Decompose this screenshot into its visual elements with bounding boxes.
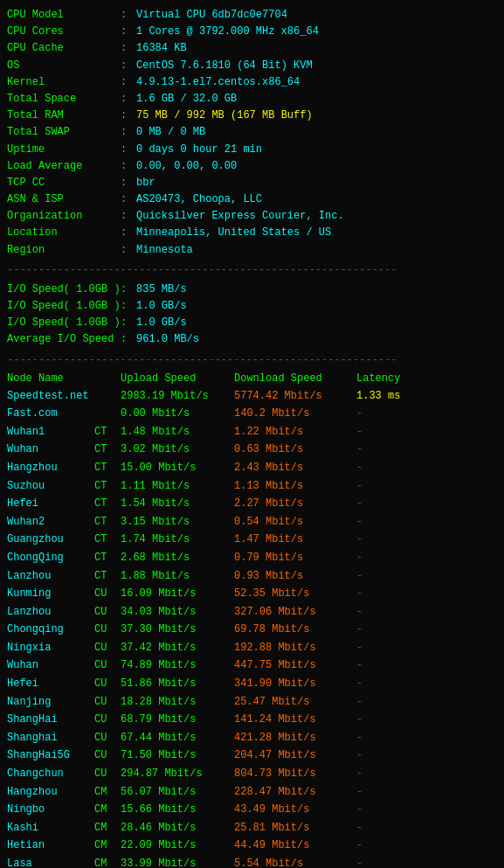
divider-2: ----------------------------------------… <box>7 354 497 366</box>
org-label: Organization <box>7 208 121 225</box>
upload-speed: 2.68 Mbit/s <box>121 549 234 567</box>
isp-name: CU <box>94 693 121 712</box>
col-download: Download Speed <box>234 372 356 387</box>
system-info: CPU Model : Virtual CPU 6db7dc0e7704 CPU… <box>7 7 497 259</box>
cpu-model-row: CPU Model : Virtual CPU 6db7dc0e7704 <box>7 7 497 24</box>
table-row: Hefei CU 51.86 Mbit/s 341.90 Mbit/s - <box>7 675 497 693</box>
latency-value: - <box>356 675 497 693</box>
isp-name: CU <box>94 711 121 729</box>
isp-name: CT <box>94 459 121 477</box>
latency-value: - <box>356 855 497 868</box>
latency-value: - <box>356 729 497 747</box>
upload-speed: 1.88 Mbit/s <box>121 567 234 586</box>
isp-name: CU <box>94 656 121 675</box>
os-value: CentOS 7.6.1810 (64 Bit) KVM <box>136 58 313 74</box>
upload-speed: 71.50 Mbit/s <box>121 746 234 765</box>
latency-value: - <box>356 837 497 855</box>
isp-name: CM <box>94 855 121 868</box>
latency-value: - <box>356 549 497 567</box>
node-name: Wuhan <box>7 656 94 675</box>
latency-value: - <box>356 423 497 441</box>
isp-name: CT <box>94 531 121 549</box>
node-name: Guangzhou <box>7 531 94 549</box>
upload-speed: 68.79 Mbit/s <box>121 711 234 729</box>
isp-name: CU <box>94 603 121 621</box>
upload-speed: 16.09 Mbit/s <box>121 585 234 603</box>
latency-value: - <box>356 405 497 423</box>
node-name: Wuhan <box>7 441 94 459</box>
load-avg-row: Load Average : 0.00, 0.00, 0.00 <box>7 158 497 175</box>
region-value: Minnesota <box>136 242 193 259</box>
download-speed: 25.47 Mbit/s <box>234 693 356 712</box>
upload-speed: 28.46 Mbit/s <box>121 819 234 837</box>
upload-speed: 3.02 Mbit/s <box>121 441 234 459</box>
cpu-cores-value: 1 Cores @ 3792.000 MHz x86_64 <box>136 24 319 40</box>
latency-value: - <box>356 513 497 531</box>
node-name: Lanzhou <box>7 603 94 621</box>
total-ram-row: Total RAM : 75 MB / 992 MB (167 MB Buff) <box>7 108 497 124</box>
upload-speed: 74.89 Mbit/s <box>121 656 234 675</box>
upload-speed: 37.42 Mbit/s <box>121 639 234 657</box>
table-row: ShangHai CU 68.79 Mbit/s 141.24 Mbit/s - <box>7 711 497 729</box>
latency-value: - <box>356 746 497 765</box>
latency-value: - <box>356 819 497 837</box>
isp-name: CU <box>94 639 121 657</box>
cpu-cache-row: CPU Cache : 16384 KB <box>7 40 497 57</box>
asn-value: AS20473, Choopa, LLC <box>136 191 262 208</box>
network-table: Node Name Upload Speed Download Speed La… <box>7 372 497 868</box>
io1-row: I/O Speed( 1.0GB ) : 835 MB/s <box>7 281 497 298</box>
table-row: Changchun CU 294.87 Mbit/s 804.73 Mbit/s… <box>7 765 497 783</box>
upload-speed: 22.09 Mbit/s <box>121 837 234 855</box>
table-row: Wuhan CT 3.02 Mbit/s 0.63 Mbit/s - <box>7 441 497 459</box>
download-speed: 1.13 Mbit/s <box>234 477 356 496</box>
download-speed: 204.47 Mbit/s <box>234 746 356 765</box>
total-ram-label: Total RAM <box>7 108 121 124</box>
node-name: ShangHai5G <box>7 746 94 765</box>
isp-name <box>94 387 121 406</box>
io1-value: 835 MB/s <box>136 281 187 298</box>
node-name: Hangzhou <box>7 459 94 477</box>
upload-speed: 51.86 Mbit/s <box>121 675 234 693</box>
col-node: Node Name <box>7 372 94 387</box>
upload-speed: 3.15 Mbit/s <box>121 513 234 531</box>
col-upload: Upload Speed <box>121 372 234 387</box>
total-space-value: 1.6 GB / 32.0 GB <box>136 91 237 108</box>
upload-speed: 1.74 Mbit/s <box>121 531 234 549</box>
download-speed: 25.81 Mbit/s <box>234 819 356 837</box>
table-row: Hangzhou CT 15.00 Mbit/s 2.43 Mbit/s - <box>7 459 497 477</box>
upload-speed: 37.30 Mbit/s <box>121 621 234 639</box>
table-row: Kunming CU 16.09 Mbit/s 52.35 Mbit/s - <box>7 585 497 603</box>
table-row: Lasa CM 33.99 Mbit/s 5.54 Mbit/s - <box>7 855 497 868</box>
total-space-row: Total Space : 1.6 GB / 32.0 GB <box>7 91 497 108</box>
upload-speed: 18.28 Mbit/s <box>121 693 234 712</box>
isp-name: CU <box>94 621 121 639</box>
download-speed: 421.28 Mbit/s <box>234 729 356 747</box>
org-value: Quicksilver Express Courier, Inc. <box>136 208 344 225</box>
download-speed: 5774.42 Mbit/s <box>234 387 356 406</box>
download-speed: 192.88 Mbit/s <box>234 639 356 657</box>
io2-value: 1.0 GB/s <box>136 298 187 315</box>
avg-io-label: Average I/O Speed <box>7 331 121 348</box>
cpu-cache-label: CPU Cache <box>7 40 121 57</box>
asn-row: ASN & ISP : AS20473, Choopa, LLC <box>7 191 497 208</box>
divider-1: ----------------------------------------… <box>7 264 497 276</box>
io-section: I/O Speed( 1.0GB ) : 835 MB/s I/O Speed(… <box>7 281 497 349</box>
download-speed: 44.49 Mbit/s <box>234 837 356 855</box>
load-avg-label: Load Average <box>7 158 121 175</box>
load-avg-value: 0.00, 0.00, 0.00 <box>136 158 237 175</box>
latency-value: - <box>356 783 497 802</box>
tcp-cc-value: bbr <box>136 175 155 191</box>
latency-value: - <box>356 801 497 819</box>
isp-name: CM <box>94 819 121 837</box>
download-speed: 2.43 Mbit/s <box>234 459 356 477</box>
table-row: Fast.com 0.00 Mbit/s 140.2 Mbit/s - <box>7 405 497 423</box>
node-name: Speedtest.net <box>7 387 94 406</box>
latency-value: - <box>356 495 497 513</box>
isp-name: CT <box>94 567 121 586</box>
upload-speed: 294.87 Mbit/s <box>121 765 234 783</box>
table-row: ShangHai5G CU 71.50 Mbit/s 204.47 Mbit/s… <box>7 746 497 765</box>
node-name: Chongqing <box>7 621 94 639</box>
col-isp <box>94 372 121 387</box>
latency-value: 1.33 ms <box>356 387 497 406</box>
cpu-cores-row: CPU Cores : 1 Cores @ 3792.000 MHz x86_6… <box>7 24 497 40</box>
